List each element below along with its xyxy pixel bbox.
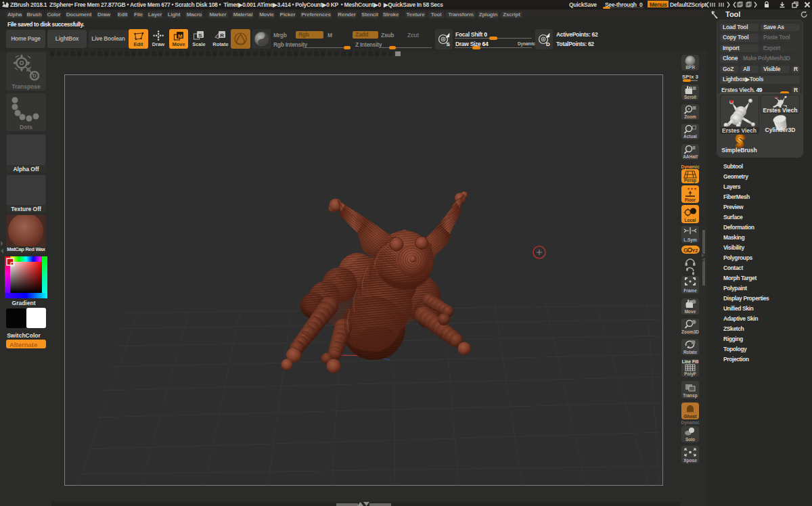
svg-text:M: M (178, 32, 183, 39)
svg-text:R: R (220, 32, 224, 39)
svg-text:D: D (546, 41, 550, 47)
svg-text:S: S (198, 32, 202, 39)
svg-text:S: S (447, 41, 451, 47)
svg-text:YZ: YZ (692, 248, 698, 253)
svg-text:G: G (683, 247, 688, 253)
